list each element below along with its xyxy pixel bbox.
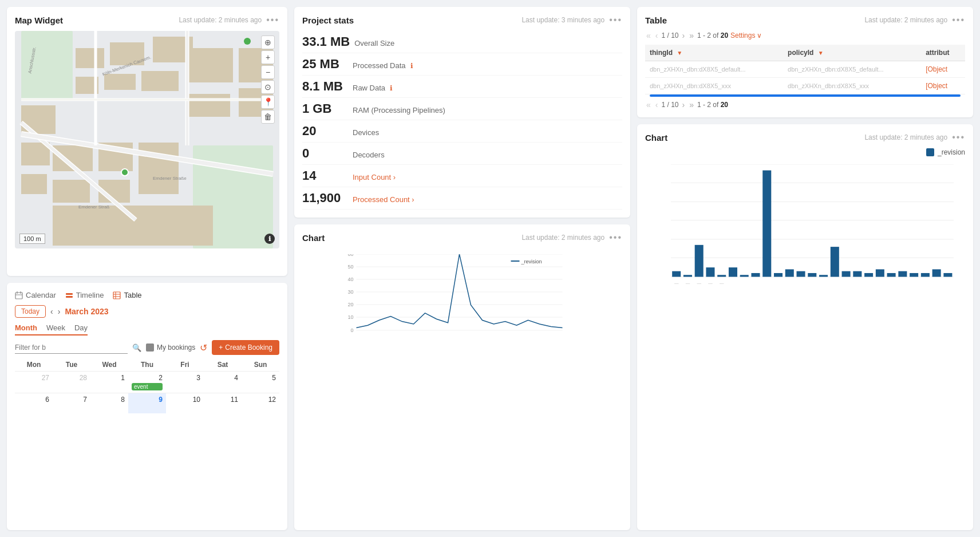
- svg-text:—: —: [720, 281, 724, 286]
- svg-text:Emdener Straß: Emdener Straß: [78, 204, 109, 210]
- map-last-update: Last update: 2 minutes ago: [179, 16, 262, 24]
- map-svg: Anschlussstr. Köln-Merkenich Causem. Emd…: [15, 31, 279, 248]
- cal-day-7[interactable]: 7: [53, 393, 90, 413]
- table-bottom-page: 1 / 10: [661, 101, 678, 109]
- cal-day-2[interactable]: 2 event: [128, 371, 166, 393]
- map-zoom-out-btn[interactable]: −: [261, 65, 275, 79]
- day-header-sun: Sun: [242, 361, 279, 369]
- svg-rect-75: [672, 271, 681, 277]
- stats-title: Project stats: [302, 15, 354, 25]
- filter-input[interactable]: [15, 342, 128, 354]
- cal-day-4[interactable]: 4: [204, 371, 242, 393]
- svg-text:—: —: [674, 281, 679, 286]
- table-icon: [113, 291, 121, 299]
- cal-day-3[interactable]: 3: [166, 371, 204, 393]
- table-prev-btn[interactable]: ‹: [654, 31, 659, 40]
- create-booking-button[interactable]: + Create Booking: [212, 340, 279, 355]
- svg-text:30: 30: [347, 289, 353, 295]
- view-tab-month[interactable]: Month: [15, 323, 37, 332]
- table-bottom-prev-btn[interactable]: ‹: [654, 100, 659, 109]
- cal-day-12[interactable]: 12: [242, 393, 279, 413]
- stat-label-processed-count[interactable]: Processed Count ›: [353, 195, 414, 204]
- cal-day-28[interactable]: 28: [53, 371, 90, 393]
- tab-calendar[interactable]: Calendar: [15, 291, 56, 299]
- table-row[interactable]: dbn_zXHXn_dbn:dX8X5_default... dbn_zXHXn…: [645, 61, 965, 78]
- map-delete-btn[interactable]: 🗑: [261, 110, 275, 124]
- stat-label-overall: Overall Size: [354, 39, 394, 48]
- map-container[interactable]: Anschlussstr. Köln-Merkenich Causem. Emd…: [15, 31, 279, 248]
- view-tab-day[interactable]: Day: [74, 323, 88, 332]
- map-pin-btn[interactable]: 📍: [261, 95, 275, 109]
- cal-day-1[interactable]: 1: [90, 371, 128, 393]
- chart-header-col2: Chart Last update: 2 minutes ago •••: [302, 232, 622, 243]
- filter-icon-thingid[interactable]: ▼: [677, 50, 682, 56]
- cal-day-6[interactable]: 6: [15, 393, 53, 413]
- map-dots-menu[interactable]: •••: [266, 15, 279, 25]
- tab-timeline[interactable]: Timeline: [65, 291, 104, 299]
- cal-day-27[interactable]: 27: [15, 371, 53, 393]
- svg-rect-96: [910, 273, 918, 277]
- stat-info-processed-data: ℹ: [410, 62, 413, 70]
- tab-calendar-label: Calendar: [26, 291, 56, 299]
- cell-policyid-2: dbn_zXHXn_dbn:dX8X5_xxx: [783, 78, 921, 94]
- cal-day-9[interactable]: 9: [128, 393, 166, 413]
- calendar-week1: 27 28 1 2 event 3 4 5: [15, 371, 279, 393]
- table-bottom-last-btn[interactable]: »: [688, 100, 695, 109]
- map-widget-header: Map Widget Last update: 2 minutes ago ••…: [15, 15, 279, 25]
- table-next-btn[interactable]: ›: [681, 31, 686, 40]
- chart-dots-col2[interactable]: •••: [609, 232, 622, 243]
- chart-widget-col2: Chart Last update: 2 minutes ago •••: [294, 224, 630, 530]
- bar-chart-dots[interactable]: •••: [952, 132, 965, 143]
- table-bottom-next-btn[interactable]: ›: [681, 100, 686, 109]
- stats-dots-menu[interactable]: •••: [609, 15, 622, 25]
- svg-rect-3: [76, 48, 104, 68]
- svg-rect-88: [819, 275, 828, 277]
- calendar-view-tabs: Month Week Day: [15, 323, 88, 335]
- table-dots-menu[interactable]: •••: [952, 15, 965, 25]
- reset-button[interactable]: ↺: [200, 342, 207, 353]
- svg-rect-41: [113, 292, 120, 299]
- svg-text:Emdener Straße: Emdener Straße: [153, 176, 187, 181]
- cal-day-10[interactable]: 10: [166, 393, 204, 413]
- svg-rect-84: [774, 273, 783, 277]
- chart-last-update-col2: Last update: 2 minutes ago: [521, 234, 604, 242]
- map-info-btn[interactable]: ℹ: [264, 234, 275, 244]
- svg-rect-40: [66, 296, 73, 298]
- calendar-icon: [15, 291, 23, 299]
- svg-rect-81: [740, 275, 749, 277]
- svg-rect-99: [943, 273, 952, 277]
- my-bookings-toggle[interactable]: My bookings: [146, 343, 195, 352]
- map-locate-btn[interactable]: ⊕: [261, 35, 275, 49]
- prev-month-button[interactable]: ‹: [50, 307, 53, 316]
- filter-icon-policyid[interactable]: ▼: [818, 50, 824, 56]
- search-icon[interactable]: 🔍: [132, 343, 141, 352]
- bar-chart-meta: Last update: 2 minutes ago •••: [864, 132, 965, 143]
- table-bottom-range: 1 - 2 of 20: [697, 101, 728, 109]
- table-last-btn[interactable]: »: [688, 31, 695, 40]
- tab-table[interactable]: Table: [113, 291, 141, 299]
- table-first-btn[interactable]: «: [645, 31, 652, 40]
- cal-day-5[interactable]: 5: [242, 371, 279, 393]
- svg-rect-16: [139, 143, 179, 194]
- tab-timeline-label: Timeline: [76, 291, 104, 299]
- stat-label-ram: RAM (Processing Pipelines): [353, 106, 445, 114]
- map-zoom-in-btn[interactable]: +: [261, 50, 275, 64]
- stat-label-input[interactable]: Input Count ›: [353, 173, 396, 181]
- stat-label-raw-data: Raw Data: [353, 84, 385, 92]
- cal-day-8[interactable]: 8: [90, 393, 128, 413]
- cal-day-11[interactable]: 11: [204, 393, 242, 413]
- table-widget: Table Last update: 2 minutes ago ••• « ‹…: [637, 7, 973, 117]
- map-reset-btn[interactable]: ⊙: [261, 80, 275, 94]
- table-settings-btn[interactable]: Settings ∨: [730, 31, 762, 40]
- stat-value-overall: 33.1 MB: [302, 34, 350, 49]
- svg-text:—: —: [708, 281, 713, 286]
- today-button[interactable]: Today: [15, 305, 46, 318]
- bar-chart-legend: _revision: [645, 148, 965, 156]
- next-month-button[interactable]: ›: [58, 307, 61, 316]
- table-bottom-first-btn[interactable]: «: [645, 100, 652, 109]
- chart-title-col2: Chart: [302, 233, 325, 243]
- table-range: 1 - 2 of 20: [697, 31, 728, 40]
- stat-value-input: 14: [302, 168, 348, 183]
- view-tab-week[interactable]: Week: [46, 323, 65, 332]
- table-row[interactable]: dbn_zXHXn_dbn:dX8X5_xxx dbn_zXHXn_dbn:dX…: [645, 78, 965, 94]
